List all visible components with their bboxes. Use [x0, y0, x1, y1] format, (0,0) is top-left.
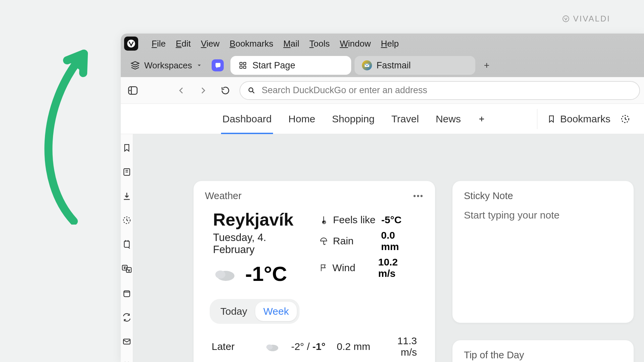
svg-point-7 — [130, 90, 130, 91]
side-panel — [121, 134, 133, 362]
panel-mail-icon[interactable] — [121, 337, 133, 347]
feels-label: Feels like — [333, 214, 377, 226]
tab-label: Start Page — [253, 60, 296, 71]
grid-icon — [238, 60, 248, 70]
feels-value: -5°C — [381, 214, 401, 226]
toggle-week[interactable]: Week — [255, 302, 297, 321]
forecast-wind: 11.3 m/s — [380, 335, 417, 358]
weather-menu-icon[interactable]: ••• — [413, 191, 424, 201]
menu-bar: File Edit View Bookmarks Mail Tools Wind… — [121, 34, 644, 54]
browser-window: File Edit View Bookmarks Mail Tools Wind… — [121, 34, 644, 362]
svg-rect-2 — [240, 62, 242, 65]
panel-bookmarks-icon[interactable] — [121, 143, 133, 153]
tip-title: Tip of the Day — [464, 350, 524, 361]
navtab-shopping[interactable]: Shopping — [331, 104, 376, 134]
menu-edit[interactable]: Edit — [176, 39, 191, 49]
forecast-toggle: Today Week — [210, 299, 300, 324]
workspaces-button[interactable]: Workspaces — [124, 60, 208, 71]
svg-rect-4 — [240, 66, 242, 68]
menu-view[interactable]: View — [201, 39, 220, 49]
bookmark-icon — [547, 114, 556, 124]
weather-widget: Weather ••• Reykjavík Tuesday, 4. Februa… — [194, 181, 435, 362]
panel-history-icon[interactable] — [121, 215, 133, 225]
weather-title: Weather — [205, 190, 241, 201]
reload-button[interactable] — [217, 82, 233, 99]
tab-strip: Workspaces Start Page Fastmail — [121, 54, 644, 77]
panel-downloads-icon[interactable] — [121, 191, 133, 201]
brand-text: VIVALDI — [573, 14, 610, 23]
rain-value: 0.0 mm — [381, 230, 416, 252]
svg-rect-3 — [244, 62, 246, 65]
mastodon-icon — [212, 59, 224, 71]
panel-calendar-icon[interactable] — [121, 361, 133, 362]
cloud-icon — [264, 341, 280, 352]
weather-date: Tuesday, 4. February — [213, 232, 306, 256]
panel-translate-icon[interactable] — [121, 263, 133, 274]
forecast-temps: -2° / -1° — [290, 341, 327, 352]
nav-forward-button[interactable] — [195, 82, 211, 99]
panel-notes-icon[interactable] — [121, 239, 133, 249]
weather-city: Reykjavík — [213, 209, 306, 230]
svg-point-21 — [266, 345, 273, 350]
panel-window-icon[interactable] — [121, 288, 133, 298]
flag-icon — [319, 263, 328, 273]
workspaces-label: Workspaces — [144, 60, 192, 71]
panel-toggle-button[interactable] — [125, 82, 141, 99]
forecast-rain: 0.2 mm — [337, 341, 371, 352]
svg-point-18 — [215, 270, 225, 279]
thermometer-icon — [319, 215, 328, 225]
address-placeholder: Search DuckDuckGo or enter an address — [262, 85, 427, 96]
panel-sync-icon[interactable] — [121, 312, 133, 322]
panel-reading-icon[interactable] — [121, 167, 133, 177]
menu-help[interactable]: Help — [381, 39, 399, 49]
tip-widget: Tip of the Day — [452, 340, 634, 362]
forecast-row: Later -2° / -1° 0.2 mm 11.3 m/s — [212, 330, 417, 362]
fastmail-icon — [362, 60, 372, 70]
vivaldi-icon[interactable] — [124, 37, 138, 51]
menu-mail[interactable]: Mail — [283, 39, 300, 49]
pinned-mastodon[interactable] — [212, 59, 227, 71]
weather-temp: -1°C — [245, 262, 287, 286]
sticky-title: Sticky Note — [464, 190, 513, 201]
history-icon — [620, 114, 631, 124]
tab-label: Fastmail — [377, 60, 411, 71]
menu-file[interactable]: File — [152, 39, 166, 49]
svg-rect-12 — [124, 241, 129, 247]
vivaldi-brand: VIVALDI — [562, 14, 610, 23]
startpage-nav: Dashboard Home Shopping Travel News Book… — [121, 104, 644, 134]
navtab-home[interactable]: Home — [287, 104, 317, 134]
toggle-today[interactable]: Today — [212, 302, 255, 321]
chevron-down-icon — [196, 62, 202, 68]
cloud-icon — [213, 266, 236, 282]
navtab-dashboard[interactable]: Dashboard — [221, 104, 273, 134]
navtab-add[interactable] — [476, 104, 487, 134]
bookmarks-label: Bookmarks — [560, 113, 610, 125]
forecast-list: Later -2° / -1° 0.2 mm 11.3 m/s Tomorrow… — [205, 330, 424, 362]
tab-start-page[interactable]: Start Page — [230, 56, 351, 75]
content-row: Weather ••• Reykjavík Tuesday, 4. Februa… — [121, 134, 644, 362]
rain-label: Rain — [333, 235, 376, 247]
chrome-header: File Edit View Bookmarks Mail Tools Wind… — [121, 34, 644, 77]
forecast-when: Later — [212, 341, 254, 352]
navtab-news[interactable]: News — [434, 104, 462, 134]
navtab-travel[interactable]: Travel — [390, 104, 420, 134]
sticky-input[interactable]: Start typing your note — [464, 209, 622, 313]
menu-tools[interactable]: Tools — [309, 39, 330, 49]
dashboard-main: Weather ••• Reykjavík Tuesday, 4. Februa… — [133, 134, 644, 362]
wind-label: Wind — [332, 262, 373, 274]
history-shortcut[interactable] — [620, 114, 631, 124]
svg-point-0 — [563, 16, 569, 22]
address-bar-row: Search DuckDuckGo or enter an address — [121, 77, 644, 104]
search-icon — [248, 86, 256, 95]
svg-point-8 — [249, 88, 253, 92]
new-tab-button[interactable] — [479, 57, 495, 73]
menu-bookmarks[interactable]: Bookmarks — [230, 39, 273, 49]
bookmarks-bar-toggle[interactable]: Bookmarks — [537, 109, 610, 129]
menu-window[interactable]: Window — [340, 39, 371, 49]
nav-back-button[interactable] — [173, 82, 189, 99]
tab-fastmail[interactable]: Fastmail — [355, 56, 475, 75]
umbrella-icon — [319, 236, 328, 246]
address-search-field[interactable]: Search DuckDuckGo or enter an address — [239, 81, 640, 100]
svg-rect-5 — [244, 66, 246, 68]
svg-point-19 — [323, 221, 324, 223]
